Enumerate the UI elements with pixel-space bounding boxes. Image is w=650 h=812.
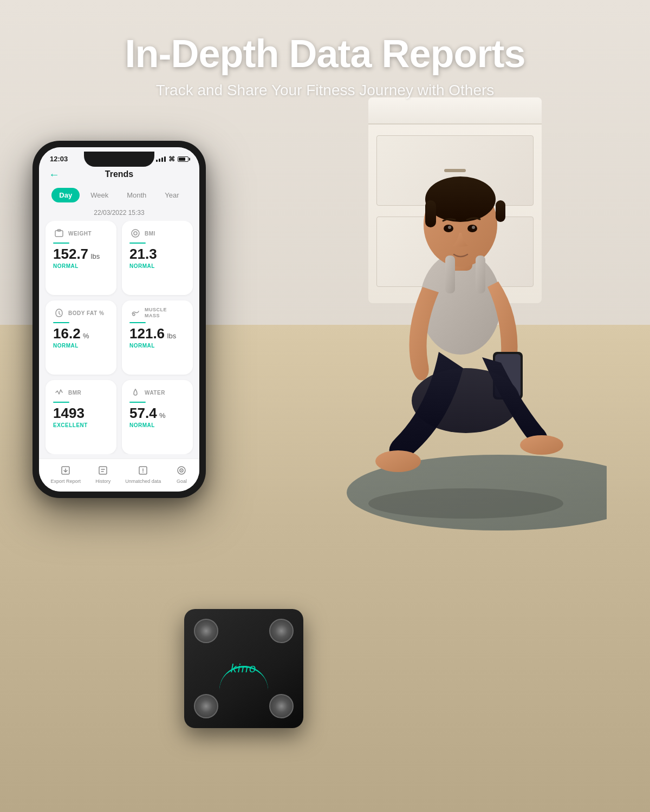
water-status: NORMAL (129, 422, 185, 428)
bodyfat-label: BODY FAT % (68, 310, 104, 316)
metric-card-bodyfat[interactable]: BODY FAT % 16.2 % NORMAL (46, 300, 116, 375)
bmi-status: NORMAL (129, 263, 185, 269)
nav-export-label: Export Report (51, 479, 81, 484)
weight-value: 152.7 (53, 246, 88, 262)
scale-corner-bl (194, 694, 218, 718)
metric-card-water[interactable]: WATER 57.4 % NORMAL (122, 380, 193, 454)
muscle-value-row: 121.6 lbs (129, 326, 185, 340)
bodyfat-divider (53, 322, 69, 323)
muscle-icon (129, 307, 141, 319)
bmr-divider (53, 402, 69, 403)
bmr-status: EXCELLENT (53, 422, 109, 428)
water-icon (129, 387, 141, 398)
back-button[interactable]: ← (49, 168, 60, 181)
tab-month[interactable]: Month (119, 188, 154, 202)
bodyfat-unit: % (83, 332, 89, 340)
nav-history[interactable]: History (95, 464, 110, 484)
svg-rect-6 (496, 200, 505, 222)
battery-icon (178, 156, 188, 162)
phone-screen: 12:03 ⌘ ← Tr (39, 147, 199, 492)
unmatched-icon (137, 464, 149, 476)
bmr-icon (53, 387, 65, 398)
weight-label: WEIGHT (68, 231, 92, 237)
bodyfat-icon (53, 307, 65, 319)
metric-header-muscle: MUSCLEMASS (129, 307, 185, 319)
bottom-nav: Export Report History Unmatched data (39, 459, 199, 492)
svg-point-10 (375, 450, 421, 472)
metric-header-weight: WEIGHT (53, 227, 109, 239)
sub-title: Track and Share Your Fitness Journey wit… (0, 82, 650, 99)
tab-bar: Day Week Month Year (39, 184, 199, 207)
phone-wrapper: 12:03 ⌘ ← Tr (32, 141, 206, 498)
goal-icon (176, 464, 187, 476)
tab-week[interactable]: Week (83, 188, 116, 202)
water-label: WATER (145, 390, 165, 396)
muscle-value: 121.6 (129, 325, 165, 342)
nav-unmatched-label: Unmatched data (125, 479, 161, 484)
bmi-divider (129, 243, 146, 244)
weight-divider (53, 243, 69, 244)
svg-point-23 (133, 313, 135, 316)
svg-point-22 (134, 232, 137, 235)
bmi-label: BMI (145, 231, 155, 237)
metric-header-bodyfat: BODY FAT % (53, 307, 109, 319)
status-icons: ⌘ (156, 155, 188, 163)
nav-unmatched[interactable]: Unmatched data (125, 464, 161, 484)
date-label: 22/03/2022 15:33 (39, 207, 199, 221)
bmr-value-row: 1493 (53, 406, 109, 420)
scale-corner-tr (269, 619, 294, 643)
battery-tip (189, 158, 190, 160)
weight-status: NORMAL (53, 263, 109, 269)
muscle-status: NORMAL (129, 343, 185, 349)
metric-header-water: WATER (129, 387, 185, 398)
person-figure (309, 125, 607, 536)
smart-scale: kino (184, 609, 303, 728)
bmi-icon (129, 227, 141, 239)
svg-point-29 (181, 470, 182, 471)
header-section: In-Depth Data Reports Track and Share Yo… (0, 32, 650, 99)
metric-card-weight[interactable]: WEIGHT 152.7 lbs NORMAL (46, 221, 116, 295)
water-unit: % (159, 411, 166, 420)
water-value-row: 57.4 % (129, 406, 185, 420)
battery-fill (179, 158, 185, 161)
tab-day[interactable]: Day (51, 188, 80, 202)
bodyfat-value: 16.2 (53, 325, 81, 342)
history-icon (97, 464, 109, 476)
phone-notch (84, 152, 154, 167)
status-time: 12:03 (50, 155, 68, 163)
signal-icon (156, 156, 166, 162)
bmi-value: 21.3 (129, 246, 157, 262)
svg-point-21 (132, 230, 139, 237)
nav-export-report[interactable]: Export Report (51, 464, 81, 484)
metric-header-bmi: BMI (129, 227, 185, 239)
phone-device: 12:03 ⌘ ← Tr (32, 141, 206, 498)
svg-rect-13 (476, 256, 485, 293)
metric-card-bmr[interactable]: BMR 1493 EXCELLENT (46, 380, 116, 454)
water-value: 57.4 (129, 405, 157, 421)
svg-point-9 (412, 368, 520, 433)
scale-corner-tl (194, 619, 218, 643)
water-divider (129, 402, 146, 403)
nav-goal[interactable]: Goal (176, 464, 187, 484)
tab-year[interactable]: Year (157, 188, 186, 202)
muscle-unit: lbs (167, 332, 177, 340)
nav-history-label: History (95, 479, 110, 484)
svg-point-18 (368, 488, 563, 519)
svg-rect-5 (425, 200, 436, 227)
person-svg (309, 125, 607, 536)
svg-point-11 (520, 435, 563, 455)
main-title: In-Depth Data Reports (0, 32, 650, 75)
bmr-label: BMR (68, 390, 81, 396)
bodyfat-status: NORMAL (53, 343, 109, 349)
muscle-label: MUSCLEMASS (145, 307, 167, 319)
metric-header-bmr: BMR (53, 387, 109, 398)
svg-point-15 (448, 226, 451, 229)
app-header-title: Trends (105, 169, 133, 179)
scale-corner-br (269, 694, 294, 718)
cabinet-top (368, 97, 542, 125)
nav-goal-label: Goal (177, 479, 187, 484)
weight-unit: lbs (91, 252, 100, 260)
muscle-divider (129, 322, 146, 323)
metric-card-bmi[interactable]: BMI 21.3 NORMAL (122, 221, 193, 295)
metric-card-muscle[interactable]: MUSCLEMASS 121.6 lbs NORMAL (122, 300, 193, 375)
